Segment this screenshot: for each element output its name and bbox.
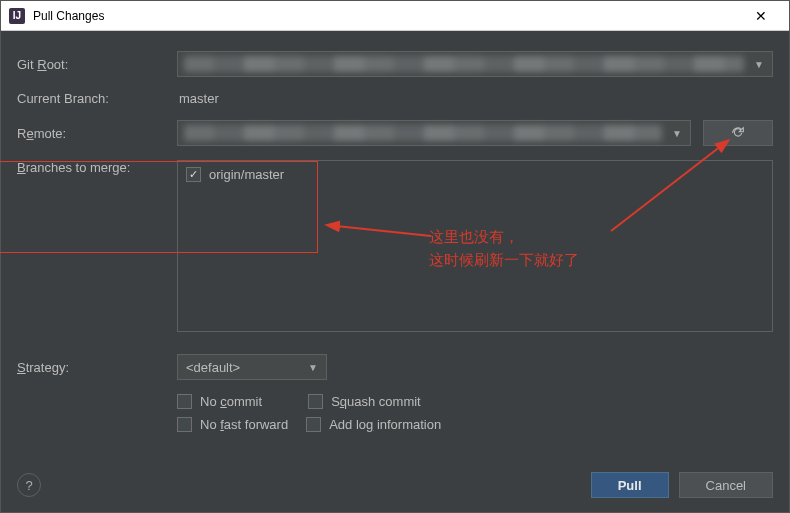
refresh-icon [730,125,746,141]
branches-listbox[interactable]: ✓ origin/master [177,160,773,332]
row-strategy: Strategy: <default> ▼ [17,354,773,380]
label-branches: Branches to merge: [17,160,177,175]
help-button[interactable]: ? [17,473,41,497]
strategy-dropdown[interactable]: <default> ▼ [177,354,327,380]
pull-button[interactable]: Pull [591,472,669,498]
remote-dropdown[interactable]: ▼ [177,120,691,146]
label-remote: Remote: [17,126,177,141]
branch-checkbox[interactable]: ✓ [186,167,201,182]
refresh-button[interactable] [703,120,773,146]
blurred-path [184,56,744,72]
titlebar: IJ Pull Changes ✕ [1,1,789,31]
options-row-2: No fast forward Add log information [177,417,773,432]
close-icon[interactable]: ✕ [741,8,781,24]
row-current-branch: Current Branch: master [17,91,773,106]
dialog-footer: ? Pull Cancel [1,466,789,512]
cancel-button[interactable]: Cancel [679,472,773,498]
dialog-window: IJ Pull Changes ✕ Git Root: ▼ Current Br… [0,0,790,513]
dialog-body: Git Root: ▼ Current Branch: master Remot… [1,31,789,466]
option-add-log[interactable]: Add log information [306,417,441,432]
window-title: Pull Changes [33,9,741,23]
branch-item[interactable]: ✓ origin/master [186,167,764,182]
checkbox-add-log[interactable] [306,417,321,432]
option-squash[interactable]: Squash commit [308,394,421,409]
checkbox-no-commit[interactable] [177,394,192,409]
checkbox-no-ff[interactable] [177,417,192,432]
blurred-remote [184,125,662,141]
row-git-root: Git Root: ▼ [17,51,773,77]
branch-label: origin/master [209,167,284,182]
label-strategy: Strategy: [17,360,177,375]
label-git-root: Git Root: [17,57,177,72]
row-branches: Branches to merge: ✓ origin/master [17,160,773,332]
checkbox-squash[interactable] [308,394,323,409]
current-branch-value: master [177,91,219,106]
chevron-down-icon: ▼ [754,59,764,70]
options-row-1: No commit Squash commit [177,394,773,409]
row-remote: Remote: ▼ [17,120,773,146]
git-root-dropdown[interactable]: ▼ [177,51,773,77]
chevron-down-icon: ▼ [308,362,318,373]
app-icon: IJ [9,8,25,24]
option-no-ff[interactable]: No fast forward [177,417,288,432]
option-no-commit[interactable]: No commit [177,394,262,409]
label-current-branch: Current Branch: [17,91,177,106]
chevron-down-icon: ▼ [672,128,682,139]
